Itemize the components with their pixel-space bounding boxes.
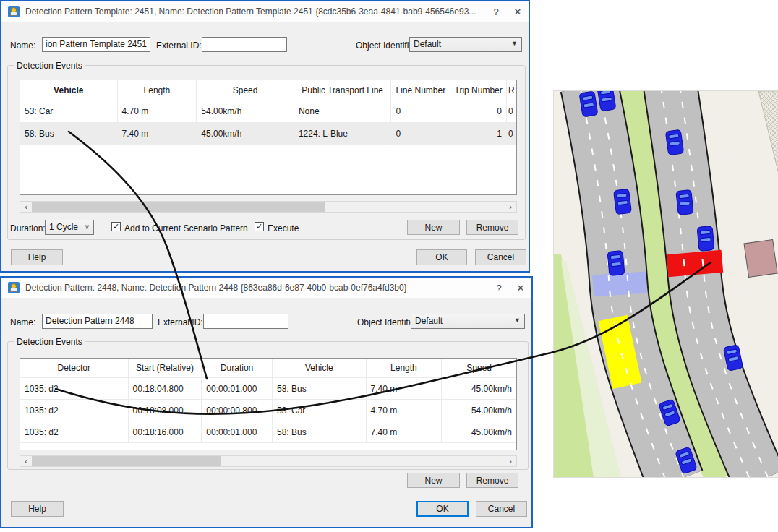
- scroll-right-icon[interactable]: ›: [505, 202, 516, 212]
- cancel-button[interactable]: Cancel: [476, 501, 527, 517]
- col-duration[interactable]: Duration: [202, 359, 273, 377]
- vehicle[interactable]: [614, 189, 632, 214]
- cell[interactable]: 00:00:00.800: [202, 400, 273, 421]
- col-trip-number[interactable]: Trip Number: [450, 80, 507, 100]
- vehicle[interactable]: [676, 189, 693, 215]
- help-button[interactable]: Help: [11, 501, 64, 517]
- scroll-left-icon[interactable]: ‹: [20, 456, 32, 466]
- cell[interactable]: 0: [391, 123, 450, 145]
- col-r-clipped[interactable]: R: [507, 80, 516, 100]
- scrollbar-thumb[interactable]: [32, 456, 221, 466]
- table-row[interactable]: 1035: d2 00:18:16.000 00:00:01.000 58: B…: [20, 421, 516, 443]
- ok-button[interactable]: OK: [416, 501, 469, 517]
- cell[interactable]: 45.00km/h: [442, 421, 516, 442]
- add-to-scenario-checkbox[interactable]: ✓: [111, 222, 121, 231]
- table-row[interactable]: 1035: d2 00:18:08.000 00:00:00.800 53: C…: [20, 400, 516, 421]
- col-vehicle[interactable]: Vehicle: [273, 359, 367, 377]
- col-public-transport-line[interactable]: Public Transport Line: [294, 80, 392, 100]
- cell[interactable]: 00:00:01.000: [202, 421, 273, 442]
- cell[interactable]: 00:00:01.000: [202, 378, 273, 399]
- cell[interactable]: 58: Bus: [273, 421, 367, 442]
- table-row-selected[interactable]: 58: Bus 7.40 m 45.00km/h 1224: L-Blue 0 …: [20, 123, 516, 145]
- cell[interactable]: 1224: L-Blue: [294, 123, 392, 145]
- cell[interactable]: 1035: d2: [20, 378, 129, 399]
- chevron-down-icon: ∨: [85, 223, 90, 231]
- table-row[interactable]: 53: Car 4.70 m 54.00km/h None 0 0 0: [20, 100, 516, 123]
- cell[interactable]: 7.40 m: [367, 421, 443, 442]
- duration-select[interactable]: 1 Cycle ∨: [45, 220, 94, 235]
- new-button[interactable]: New: [407, 473, 460, 488]
- col-length[interactable]: Length: [367, 359, 443, 377]
- col-speed[interactable]: Speed: [442, 359, 516, 377]
- vehicle[interactable]: [579, 91, 598, 117]
- scrollbar-thumb[interactable]: [32, 202, 325, 212]
- name-input[interactable]: ion Pattern Template 2451: [42, 37, 150, 52]
- detection-events-table[interactable]: Detector ˆ Start (Relative) Duration Veh…: [20, 358, 517, 450]
- external-id-input[interactable]: [202, 37, 287, 52]
- cell[interactable]: 4.70 m: [367, 400, 443, 421]
- table-header-row: Vehicle Length Speed Public Transport Li…: [20, 80, 516, 100]
- scroll-left-icon[interactable]: ‹: [20, 202, 32, 212]
- new-button[interactable]: New: [407, 220, 460, 235]
- scrollbar-track[interactable]: [32, 202, 505, 212]
- help-titlebar-button[interactable]: ?: [485, 7, 507, 17]
- scroll-right-icon[interactable]: ›: [505, 456, 516, 466]
- cell[interactable]: 0: [507, 100, 516, 122]
- cell[interactable]: 0: [450, 100, 507, 122]
- execute-checkbox[interactable]: ✓: [255, 222, 264, 231]
- network-editor-map[interactable]: [553, 90, 778, 478]
- close-icon[interactable]: ✕: [510, 283, 531, 293]
- cell[interactable]: 7.40 m: [367, 378, 443, 399]
- title-bar[interactable]: Detection Pattern: 2448, Name: Detection…: [1, 278, 531, 299]
- object-identifier-select[interactable]: Default ▼: [411, 314, 525, 329]
- col-vehicle[interactable]: Vehicle: [20, 80, 118, 100]
- cell[interactable]: 45.00km/h: [442, 378, 516, 399]
- title-bar[interactable]: Detection Pattern Template: 2451, Name: …: [1, 1, 529, 22]
- col-length[interactable]: Length: [118, 80, 197, 100]
- cell[interactable]: 58: Bus: [20, 123, 118, 145]
- horizontal-scrollbar[interactable]: ‹ ›: [20, 201, 517, 213]
- scrollbar-track[interactable]: [32, 456, 505, 466]
- cell[interactable]: 1035: d2: [20, 421, 129, 442]
- cell[interactable]: 4.70 m: [118, 100, 197, 122]
- red-detector-zone[interactable]: [667, 250, 723, 278]
- cell[interactable]: 0: [391, 100, 450, 122]
- cell[interactable]: 1035: d2: [20, 400, 129, 421]
- building: [744, 239, 777, 277]
- col-line-number[interactable]: Line Number: [391, 80, 450, 100]
- table-row[interactable]: 1035: d2 00:18:04.800 00:00:01.000 58: B…: [20, 378, 516, 400]
- cell[interactable]: 53: Car: [273, 400, 367, 421]
- help-button[interactable]: Help: [11, 249, 63, 265]
- cell[interactable]: 54.00km/h: [442, 400, 516, 421]
- external-id-input[interactable]: [203, 314, 288, 329]
- cell[interactable]: 00:18:16.000: [129, 421, 202, 442]
- cancel-button[interactable]: Cancel: [475, 249, 526, 265]
- cell[interactable]: 7.40 m: [118, 123, 197, 145]
- cell[interactable]: 1: [450, 123, 507, 145]
- name-input[interactable]: Detection Pattern 2448: [42, 314, 153, 329]
- col-start-relative[interactable]: ˆ Start (Relative): [129, 359, 202, 377]
- ok-button[interactable]: OK: [416, 249, 467, 265]
- cell[interactable]: 45.00km/h: [197, 123, 294, 145]
- blue-detector-zone[interactable]: [592, 271, 647, 296]
- vehicle[interactable]: [665, 129, 683, 155]
- col-speed[interactable]: Speed: [197, 80, 294, 100]
- cell[interactable]: 00:18:04.800: [129, 378, 202, 399]
- vehicle[interactable]: [607, 251, 625, 276]
- cell[interactable]: 58: Bus: [273, 378, 367, 399]
- col-detector[interactable]: Detector: [20, 359, 129, 377]
- object-identifier-select[interactable]: Default ▼: [409, 37, 522, 52]
- chevron-down-icon: ▼: [514, 317, 521, 324]
- close-icon[interactable]: ✕: [507, 7, 529, 17]
- cell[interactable]: 0: [507, 123, 516, 145]
- cell[interactable]: 54.00km/h: [197, 100, 294, 122]
- remove-button[interactable]: Remove: [466, 473, 518, 488]
- cell[interactable]: None: [294, 100, 392, 122]
- horizontal-scrollbar[interactable]: ‹ ›: [20, 455, 517, 467]
- cell[interactable]: 53: Car: [20, 100, 118, 122]
- remove-button[interactable]: Remove: [466, 220, 518, 235]
- vehicle[interactable]: [697, 226, 714, 252]
- detection-events-table[interactable]: Vehicle Length Speed Public Transport Li…: [20, 80, 517, 195]
- cell[interactable]: 00:18:08.000: [129, 400, 202, 421]
- help-titlebar-button[interactable]: ?: [488, 283, 510, 293]
